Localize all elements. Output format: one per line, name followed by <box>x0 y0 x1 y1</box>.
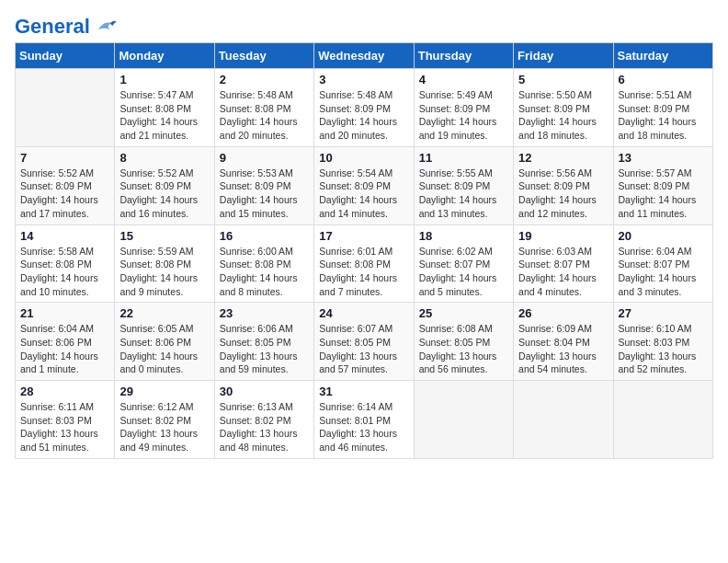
day-number: 24 <box>319 306 408 320</box>
day-number: 16 <box>220 229 309 243</box>
day-info: Sunrise: 6:12 AM Sunset: 8:02 PM Dayligh… <box>119 400 209 454</box>
calendar-cell: 31Sunrise: 6:14 AM Sunset: 8:01 PM Dayli… <box>314 381 414 459</box>
logo-bird-icon <box>92 17 118 34</box>
day-info: Sunrise: 6:11 AM Sunset: 8:03 PM Dayligh… <box>20 400 109 454</box>
calendar-week-row: 14Sunrise: 5:58 AM Sunset: 8:08 PM Dayli… <box>16 224 713 303</box>
day-number: 20 <box>619 229 708 243</box>
day-header-thursday: Thursday <box>414 43 513 69</box>
calendar-cell: 2Sunrise: 5:48 AM Sunset: 8:08 PM Daylig… <box>214 69 313 147</box>
calendar-cell: 24Sunrise: 6:07 AM Sunset: 8:05 PM Dayli… <box>314 303 414 381</box>
day-info: Sunrise: 5:47 AM Sunset: 8:08 PM Dayligh… <box>119 88 209 143</box>
day-number: 31 <box>319 385 408 398</box>
calendar-cell: 9Sunrise: 5:53 AM Sunset: 8:09 PM Daylig… <box>214 146 313 224</box>
day-info: Sunrise: 6:13 AM Sunset: 8:02 PM Dayligh… <box>220 400 309 454</box>
day-info: Sunrise: 5:50 AM Sunset: 8:09 PM Dayligh… <box>518 88 608 143</box>
day-number: 9 <box>220 151 309 165</box>
day-info: Sunrise: 6:03 AM Sunset: 8:07 PM Dayligh… <box>518 245 608 299</box>
calendar-cell: 18Sunrise: 6:02 AM Sunset: 8:07 PM Dayli… <box>414 224 513 303</box>
day-header-saturday: Saturday <box>613 43 712 69</box>
day-number: 10 <box>319 151 408 165</box>
day-info: Sunrise: 6:02 AM Sunset: 8:07 PM Dayligh… <box>419 245 508 299</box>
day-header-tuesday: Tuesday <box>214 43 313 69</box>
day-info: Sunrise: 5:49 AM Sunset: 8:09 PM Dayligh… <box>419 88 508 143</box>
day-number: 17 <box>319 229 408 243</box>
calendar-week-row: 1Sunrise: 5:47 AM Sunset: 8:08 PM Daylig… <box>16 69 713 147</box>
day-info: Sunrise: 5:52 AM Sunset: 8:09 PM Dayligh… <box>119 167 209 221</box>
page-header: General <box>15 15 713 33</box>
calendar-cell: 21Sunrise: 6:04 AM Sunset: 8:06 PM Dayli… <box>16 303 115 381</box>
day-number: 2 <box>220 73 309 86</box>
day-info: Sunrise: 5:52 AM Sunset: 8:09 PM Dayligh… <box>20 167 109 221</box>
calendar-cell: 19Sunrise: 6:03 AM Sunset: 8:07 PM Dayli… <box>514 224 613 303</box>
day-info: Sunrise: 5:48 AM Sunset: 8:09 PM Dayligh… <box>319 88 408 143</box>
day-number: 29 <box>119 385 209 398</box>
calendar-cell: 8Sunrise: 5:52 AM Sunset: 8:09 PM Daylig… <box>115 146 214 224</box>
day-info: Sunrise: 6:09 AM Sunset: 8:04 PM Dayligh… <box>518 322 608 376</box>
day-number: 12 <box>518 151 608 165</box>
day-info: Sunrise: 5:53 AM Sunset: 8:09 PM Dayligh… <box>220 167 309 221</box>
calendar-cell: 14Sunrise: 5:58 AM Sunset: 8:08 PM Dayli… <box>16 224 115 303</box>
calendar-cell: 15Sunrise: 5:59 AM Sunset: 8:08 PM Dayli… <box>115 224 214 303</box>
day-info: Sunrise: 6:00 AM Sunset: 8:08 PM Dayligh… <box>220 245 309 299</box>
day-info: Sunrise: 6:08 AM Sunset: 8:05 PM Dayligh… <box>419 322 508 376</box>
day-number: 27 <box>619 306 708 320</box>
day-number: 18 <box>419 229 508 243</box>
day-info: Sunrise: 5:51 AM Sunset: 8:09 PM Dayligh… <box>619 88 708 143</box>
day-number: 28 <box>20 385 109 398</box>
day-number: 30 <box>220 385 309 398</box>
calendar-cell <box>514 381 613 459</box>
calendar-cell <box>613 381 712 459</box>
calendar-week-row: 7Sunrise: 5:52 AM Sunset: 8:09 PM Daylig… <box>16 146 713 224</box>
calendar-cell: 11Sunrise: 5:55 AM Sunset: 8:09 PM Dayli… <box>414 146 513 224</box>
calendar-cell: 7Sunrise: 5:52 AM Sunset: 8:09 PM Daylig… <box>16 146 115 224</box>
calendar-table: SundayMondayTuesdayWednesdayThursdayFrid… <box>15 42 713 459</box>
calendar-cell: 3Sunrise: 5:48 AM Sunset: 8:09 PM Daylig… <box>314 69 414 147</box>
calendar-cell: 30Sunrise: 6:13 AM Sunset: 8:02 PM Dayli… <box>214 381 313 459</box>
calendar-cell: 20Sunrise: 6:04 AM Sunset: 8:07 PM Dayli… <box>613 224 712 303</box>
calendar-cell: 29Sunrise: 6:12 AM Sunset: 8:02 PM Dayli… <box>115 381 214 459</box>
day-number: 6 <box>619 73 708 86</box>
day-number: 4 <box>419 73 508 86</box>
day-info: Sunrise: 5:48 AM Sunset: 8:08 PM Dayligh… <box>220 88 309 143</box>
day-info: Sunrise: 6:05 AM Sunset: 8:06 PM Dayligh… <box>119 322 209 376</box>
day-number: 14 <box>20 229 109 243</box>
day-info: Sunrise: 6:07 AM Sunset: 8:05 PM Dayligh… <box>319 322 408 376</box>
day-number: 19 <box>518 229 608 243</box>
logo: General <box>15 15 118 33</box>
calendar-cell: 23Sunrise: 6:06 AM Sunset: 8:05 PM Dayli… <box>214 303 313 381</box>
day-info: Sunrise: 5:56 AM Sunset: 8:09 PM Dayligh… <box>518 167 608 221</box>
day-info: Sunrise: 6:14 AM Sunset: 8:01 PM Dayligh… <box>319 400 408 454</box>
calendar-cell: 16Sunrise: 6:00 AM Sunset: 8:08 PM Dayli… <box>214 224 313 303</box>
calendar-cell: 27Sunrise: 6:10 AM Sunset: 8:03 PM Dayli… <box>613 303 712 381</box>
day-number: 3 <box>319 73 408 86</box>
day-header-sunday: Sunday <box>16 43 115 69</box>
calendar-cell: 5Sunrise: 5:50 AM Sunset: 8:09 PM Daylig… <box>514 69 613 147</box>
day-info: Sunrise: 6:01 AM Sunset: 8:08 PM Dayligh… <box>319 245 408 299</box>
day-info: Sunrise: 5:59 AM Sunset: 8:08 PM Dayligh… <box>119 245 209 299</box>
day-number: 25 <box>419 306 508 320</box>
day-number: 5 <box>518 73 608 86</box>
calendar-cell: 26Sunrise: 6:09 AM Sunset: 8:04 PM Dayli… <box>514 303 613 381</box>
calendar-cell <box>16 69 115 147</box>
day-info: Sunrise: 6:06 AM Sunset: 8:05 PM Dayligh… <box>220 322 309 376</box>
calendar-week-row: 21Sunrise: 6:04 AM Sunset: 8:06 PM Dayli… <box>16 303 713 381</box>
day-number: 11 <box>419 151 508 165</box>
day-number: 8 <box>119 151 209 165</box>
day-info: Sunrise: 5:57 AM Sunset: 8:09 PM Dayligh… <box>619 167 708 221</box>
day-number: 13 <box>619 151 708 165</box>
calendar-cell <box>414 381 513 459</box>
day-number: 15 <box>119 229 209 243</box>
calendar-cell: 28Sunrise: 6:11 AM Sunset: 8:03 PM Dayli… <box>16 381 115 459</box>
calendar-cell: 4Sunrise: 5:49 AM Sunset: 8:09 PM Daylig… <box>414 69 513 147</box>
day-number: 21 <box>20 306 109 320</box>
calendar-cell: 12Sunrise: 5:56 AM Sunset: 8:09 PM Dayli… <box>514 146 613 224</box>
day-number: 1 <box>119 73 209 86</box>
calendar-header-row: SundayMondayTuesdayWednesdayThursdayFrid… <box>16 43 713 69</box>
calendar-cell: 10Sunrise: 5:54 AM Sunset: 8:09 PM Dayli… <box>314 146 414 224</box>
day-number: 23 <box>220 306 309 320</box>
day-info: Sunrise: 5:55 AM Sunset: 8:09 PM Dayligh… <box>419 167 508 221</box>
calendar-cell: 13Sunrise: 5:57 AM Sunset: 8:09 PM Dayli… <box>613 146 712 224</box>
day-info: Sunrise: 6:04 AM Sunset: 8:06 PM Dayligh… <box>20 322 109 376</box>
calendar-cell: 6Sunrise: 5:51 AM Sunset: 8:09 PM Daylig… <box>613 69 712 147</box>
day-header-wednesday: Wednesday <box>314 43 414 69</box>
